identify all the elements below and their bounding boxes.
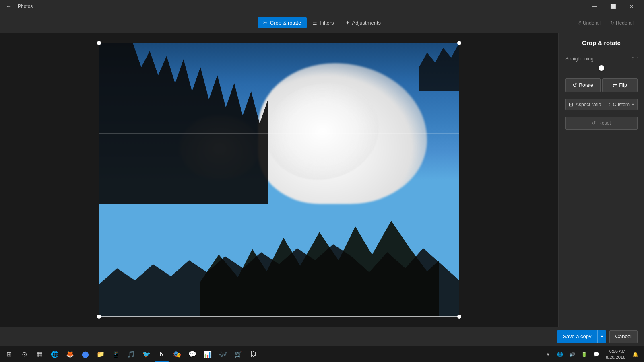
taskbar-notification[interactable]: 🔔 <box>630 347 641 362</box>
rotate-button[interactable]: ↺ Rotate <box>565 78 601 92</box>
straightening-slider-container[interactable] <box>565 64 638 72</box>
straightening-section: Straightening 0 ° <box>565 56 638 72</box>
cancel-button[interactable]: Cancel <box>609 330 638 343</box>
start-button[interactable]: ⊞ <box>2 347 16 362</box>
taskbar-hidden-icons[interactable]: ∧ <box>542 347 553 362</box>
straightening-slider[interactable] <box>565 68 638 68</box>
crop-handle-bl[interactable] <box>97 315 101 319</box>
undo-icon: ↺ <box>577 20 581 26</box>
crop-rotate-tab[interactable]: ✂ Crop & rotate <box>258 17 307 28</box>
filters-icon: ☰ <box>312 20 317 26</box>
redo-all-button[interactable]: ↻ Redo all <box>606 19 638 27</box>
close-button[interactable]: ✕ <box>622 0 641 13</box>
rotate-flip-row: ↺ Rotate ⇄ Flip <box>565 78 638 92</box>
taskbar-volume[interactable]: 🔊 <box>566 347 578 362</box>
taskbar-store[interactable]: 🛒 <box>231 347 246 362</box>
redo-icon: ↻ <box>610 20 614 26</box>
toolbar: ✂ Crop & rotate ☰ Filters ✦ Adjustments … <box>0 13 644 33</box>
bottom-actions: Save a copy ▾ Cancel <box>0 327 644 346</box>
back-button[interactable]: ← <box>3 1 14 12</box>
taskbar-app11[interactable]: 🎭 <box>170 347 184 362</box>
taskbar-phone[interactable]: 📱 <box>109 347 123 362</box>
title-bar: ← Photos — ⬜ ✕ <box>0 0 644 13</box>
reset-button[interactable]: ↺ Reset <box>565 117 638 130</box>
taskbar-explorer[interactable]: 📁 <box>93 347 108 362</box>
taskbar-skype[interactable]: 💬 <box>185 347 200 362</box>
filters-tab[interactable]: ☰ Filters <box>307 17 339 28</box>
taskbar-clock[interactable]: 6:56 AM 8/20/2018 <box>603 348 629 360</box>
save-copy-arrow[interactable]: ▾ <box>598 330 606 343</box>
save-copy-main[interactable]: Save a copy <box>557 330 598 343</box>
taskbar-photos[interactable]: N <box>155 347 169 362</box>
taskbar-chrome[interactable]: ⬤ <box>78 347 93 362</box>
save-copy-button[interactable]: Save a copy ▾ <box>557 330 606 343</box>
adjustments-icon: ✦ <box>345 20 350 26</box>
taskbar: ⊞ ⊙ ▦ 🌐 🦊 ⬤ 📁 📱 🎵 🐦 N 🎭 💬 📊 🎶 🛒 🖼 ∧ 🌐 🔊 … <box>0 346 644 362</box>
flip-icon: ⇄ <box>613 82 617 88</box>
taskbar-spotify[interactable]: 🎶 <box>216 347 230 362</box>
taskbar-edge[interactable]: 🌐 <box>47 347 62 362</box>
taskbar-search[interactable]: ⊙ <box>17 347 31 362</box>
aspect-ratio-value: : <box>609 102 610 107</box>
straightening-label: Straightening 0 ° <box>565 56 638 62</box>
adjustments-tab[interactable]: ✦ Adjustments <box>340 17 387 28</box>
aspect-ratio-label: Aspect ratio <box>576 102 607 107</box>
taskbar-network[interactable]: 🌐 <box>554 347 566 362</box>
minimize-button[interactable]: — <box>585 0 604 13</box>
window-controls: — ⬜ ✕ <box>585 0 641 13</box>
app-title: Photos <box>18 4 33 9</box>
chevron-down-icon: ▾ <box>632 102 634 107</box>
panel-title: Crop & rotate <box>565 39 638 49</box>
photo-container <box>99 43 459 317</box>
taskbar-battery[interactable]: 🔋 <box>578 347 590 362</box>
taskbar-task-view[interactable]: ▦ <box>32 347 47 362</box>
taskbar-firefox[interactable]: 🦊 <box>63 347 77 362</box>
crop-handle-br[interactable] <box>457 315 461 319</box>
crop-icon: ✂ <box>263 20 268 26</box>
flip-button[interactable]: ⇄ Flip <box>602 78 638 92</box>
taskbar-app7[interactable]: 🎵 <box>124 347 138 362</box>
taskbar-system-tray: ∧ 🌐 🔊 🔋 💬 6:56 AM 8/20/2018 🔔 <box>541 347 642 362</box>
aspect-ratio-dropdown[interactable]: ⊡ Aspect ratio : Custom ▾ <box>565 99 638 110</box>
main-content: Crop & rotate Straightening 0 ° ↺ Rotate… <box>0 33 644 327</box>
taskbar-gallery[interactable]: 🖼 <box>246 347 261 362</box>
aspect-ratio-icon: ⊡ <box>569 101 573 107</box>
reset-icon: ↺ <box>592 120 596 126</box>
undo-redo-area: ↺ Undo all ↻ Redo all <box>573 19 638 27</box>
title-bar-left: ← Photos <box>3 1 33 12</box>
image-area[interactable] <box>0 33 558 327</box>
restore-button[interactable]: ⬜ <box>604 0 622 13</box>
taskbar-app13[interactable]: 📊 <box>200 347 215 362</box>
taskbar-msg[interactable]: 💬 <box>590 347 602 362</box>
photo-background <box>99 43 459 317</box>
aspect-ratio-selected: Custom <box>613 102 630 107</box>
crop-handle-tr[interactable] <box>457 41 461 45</box>
taskbar-twitter[interactable]: 🐦 <box>139 347 154 362</box>
right-panel: Crop & rotate Straightening 0 ° ↺ Rotate… <box>558 33 644 327</box>
rotate-icon: ↺ <box>572 82 577 88</box>
undo-all-button[interactable]: ↺ Undo all <box>573 19 605 27</box>
crop-handle-tl[interactable] <box>97 41 101 45</box>
